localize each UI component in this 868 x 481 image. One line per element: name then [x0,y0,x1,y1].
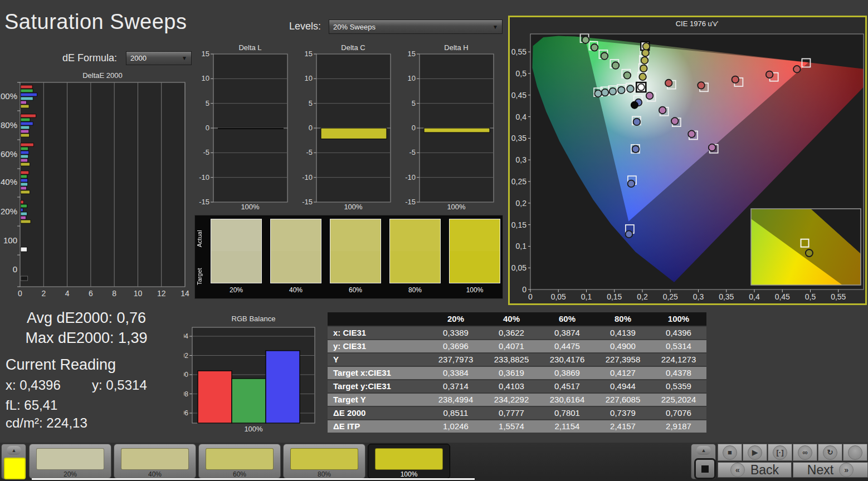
cie-white-point [638,84,645,91]
back-button[interactable]: « Back [718,462,792,478]
bracket-button[interactable]: [·] [768,444,792,461]
de-bar-80%-green [21,118,30,121]
cie-measured-red-2 [698,82,705,89]
tick-label: 14 [181,289,189,298]
delta_h-bar [424,128,490,132]
tick-label: 0 [309,124,313,132]
bottom-bar: ▲ 20%40%60%80%100% ▲ ■▶[·]∞↻ « Back Next… [0,443,868,481]
table-cell: 233,8825 [484,354,539,366]
tick-label: 0,3 [516,155,527,164]
cie-measured-blue-2 [633,119,641,126]
tick-label: 20% [1,207,17,216]
patch-button-100%[interactable]: 100% [368,444,450,479]
expand-up-button[interactable]: ▲ [7,446,21,455]
table-row-label: ΔE ITP [328,420,428,433]
patch-button-60%[interactable]: 60% [198,444,281,479]
max-de2000: Max dE2000: 1,39 [11,330,162,347]
de-bar-40%-green [21,175,27,178]
table-cell: 224,1273 [651,354,706,366]
cie-measured-yellow-5 [643,43,650,50]
patch-button-40%[interactable]: 40% [114,444,196,479]
delta-c-chart[interactable]: Delta C151050-5-10-15100% [295,43,396,212]
table-cell: 0,4517 [539,380,595,392]
rgb-balance-chart[interactable]: RGB Balance1041021009896100% [184,313,323,435]
tick-label: 0,15 [511,220,526,229]
table-cell: 227,6085 [595,394,651,406]
de-bar-40%-yellow [21,190,30,194]
swatch-100% [449,219,500,283]
tick-label: 0,15 [607,292,622,301]
pattern-window-button[interactable] [694,458,716,479]
de-bar-20%-yellow [21,220,31,223]
table-row: y: CIE310,36960,40710,44750,49000,5314 [328,340,706,352]
tick-label: 96 [184,409,188,417]
tick-label: 0,2 [637,292,648,301]
levels-dropdown[interactable]: 20% Sweeps ▼ [329,19,503,34]
bracket-icon: [·] [773,445,787,460]
de-bar-60%-blue [21,151,29,154]
tick-label: 0,35 [719,292,734,301]
tick-label: 5 [206,99,209,107]
table-cell: 0,4103 [484,380,539,392]
tick-label: 104 [184,332,188,340]
table-cell: 0,7777 [484,407,539,419]
infinity-button[interactable]: ∞ [793,444,817,461]
patch-label: 40% [114,470,196,478]
tick-label: 0 [13,264,17,274]
cie-measured-green-2 [612,62,620,69]
table-cell: 0,3869 [539,367,595,379]
delta-h-chart[interactable]: Delta H151050-5-10-15100% [398,43,499,212]
cie-diagram-panel[interactable]: CIE 1976 u'v'00,050,10,150,20,250,30,350… [508,16,867,305]
delta-l-chart[interactable]: Delta L151050-5-10-15100% [192,43,292,212]
tick-label: CIE 1976 u'v' [676,19,719,28]
rgb-bar-red [198,371,232,423]
cie-measured-yellow-1 [639,73,646,81]
de-bar-100%-green [21,89,33,92]
patch-swatch [375,448,443,470]
patch-button-20%[interactable]: 20% [29,444,111,479]
expand-up-button[interactable]: ▲ [696,446,711,455]
tick-label: 5 [309,99,313,107]
cie-measured-cyan-2 [618,87,625,94]
tick-label: 10 [134,289,143,298]
table-cell: 0,4475 [539,340,595,352]
deltae2000-chart[interactable]: DeltaE 200002468101214100%80%60%40%20%10… [0,71,189,301]
back-label: Back [750,463,779,478]
play-button[interactable]: ▶ [743,444,767,461]
cie-measured-magenta-1 [646,92,654,100]
patch-label: 80% [284,470,365,478]
patch-swatch [36,448,104,470]
tick-label: 0,45 [511,91,526,100]
tick-label: 0,05 [511,263,526,272]
de-formula-dropdown[interactable]: 2000 ▼ [126,51,192,65]
table-cell: 0,3696 [428,340,484,352]
de-bar-100%-cyan [21,97,33,100]
patch-label: 20% [30,470,111,478]
table-cell: 0,4378 [651,367,706,379]
blank-button[interactable] [843,444,867,461]
patch-button-80%[interactable]: 80% [283,444,365,479]
next-button[interactable]: Next » [793,462,868,478]
de-bar-40%-blue [21,179,28,182]
tick-label: -5 [306,148,313,156]
table-row: Target x:CIE310,33840,36190,38690,41270,… [328,367,706,379]
de-bar-20%-red [21,200,23,204]
tick-label: 8 [112,289,116,298]
current-reading-title: Current Reading [6,356,116,374]
swatch-level-label: 20% [211,286,262,294]
swatch-40% [270,219,321,283]
tick-label: 0 [528,292,533,301]
current-test-color-swatch[interactable] [4,458,26,479]
tick-label: 0,45 [775,292,790,301]
levels-value: 20% Sweeps [333,23,376,31]
tick-label: 0,5 [805,292,816,301]
table-cell: 0,5314 [651,340,706,352]
cie-measured-cyan-5 [594,90,602,97]
stop-button[interactable]: ■ [718,444,742,461]
inset-measured-circle [806,249,813,257]
refresh-icon: ↻ [823,445,837,460]
de-bar-60%-magenta [21,159,28,162]
tick-label: 80% [1,120,17,130]
refresh-button[interactable]: ↻ [818,444,842,461]
tick-label: 0,55 [511,47,526,56]
